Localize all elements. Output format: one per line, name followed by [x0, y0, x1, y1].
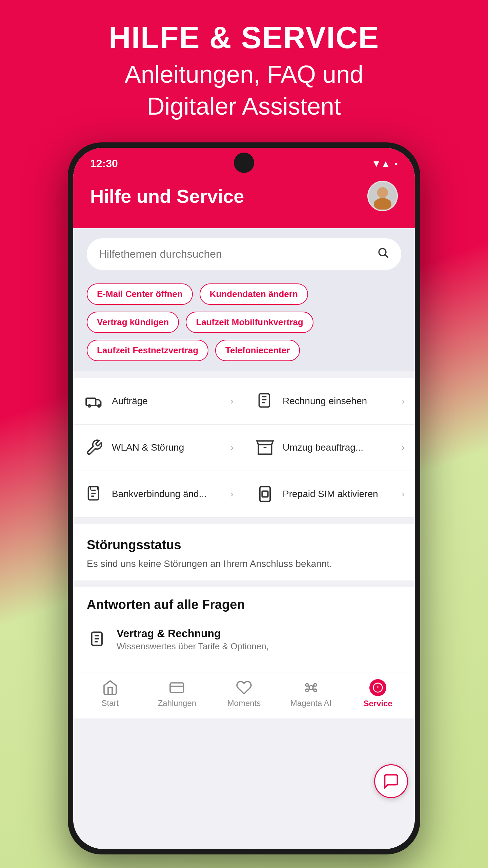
- nav-start-label: Start: [101, 698, 119, 708]
- answers-section: Antworten auf alle Fragen Vertrag & Rech…: [73, 587, 415, 672]
- svg-rect-9: [260, 487, 270, 501]
- svg-point-15: [306, 684, 308, 686]
- chevron-right-icon: ›: [230, 396, 233, 407]
- answer-text-vertrag: Vertrag & Rechnung Wissenswertes über Ta…: [117, 627, 269, 652]
- chevron-right-icon-3: ›: [230, 442, 233, 453]
- document-icon: [83, 483, 105, 505]
- stoerungsstatus-text: Es sind uns keine Störungen an Ihrem Ans…: [87, 557, 401, 570]
- chip-laufzeit-fest[interactable]: Laufzeit Festnetzvertrag: [87, 340, 208, 361]
- nav-service[interactable]: Service: [344, 679, 411, 708]
- vertrag-icon: [87, 629, 108, 650]
- card-rechnung-label: Rechnung einsehen: [283, 395, 395, 407]
- phone-screen: 12:30 ▼▲ ▪ Hilfe und Service: [73, 148, 415, 849]
- card-prepaid[interactable]: Prepaid SIM aktivieren ›: [244, 471, 415, 517]
- promo-header: HILFE & SERVICE Anleitungen, FAQ und Dig…: [82, 20, 406, 122]
- card-auftraege-label: Aufträge: [112, 395, 224, 407]
- card-auftraege[interactable]: Aufträge ›: [73, 378, 244, 425]
- svg-point-17: [306, 689, 308, 692]
- signal-icon: ▼▲: [372, 158, 390, 169]
- chevron-right-icon-2: ›: [402, 396, 405, 407]
- chip-email-center[interactable]: E-Mail Center öffnen: [87, 283, 193, 305]
- search-input[interactable]: [99, 248, 371, 260]
- app-title: Hilfe und Service: [90, 185, 244, 207]
- search-icon: [377, 246, 389, 262]
- phone-frame: 12:30 ▼▲ ▪ Hilfe und Service: [68, 142, 420, 854]
- card-prepaid-label: Prepaid SIM aktivieren: [283, 488, 395, 500]
- card-rechnung[interactable]: Rechnung einsehen ›: [244, 378, 415, 425]
- card-wlan[interactable]: WLAN & Störung ›: [73, 425, 244, 471]
- nav-moments[interactable]: Moments: [210, 679, 278, 708]
- stoerungsstatus-title: Störungsstatus: [87, 538, 401, 552]
- promo-subtitle: Anleitungen, FAQ und Digitaler Assistent: [109, 59, 379, 122]
- card-bank-label: Bankverbindung änd...: [112, 488, 224, 500]
- chip-kundendaten[interactable]: Kundendaten ändern: [200, 283, 308, 305]
- answer-card-vertrag[interactable]: Vertrag & Rechnung Wissenswertes über Ta…: [87, 617, 401, 662]
- chevron-right-icon-5: ›: [230, 489, 233, 499]
- card-umzug-label: Umzug beauftrag...: [283, 441, 395, 454]
- search-section: [73, 228, 415, 280]
- chip-telefoniecenter[interactable]: Telefoniecenter: [215, 340, 300, 361]
- avatar[interactable]: [367, 181, 398, 211]
- box-icon: [254, 437, 276, 458]
- chips-section: E-Mail Center öffnen Kundendaten ändern …: [73, 280, 415, 371]
- svg-rect-7: [259, 394, 269, 407]
- card-wlan-label: WLAN & Störung: [112, 441, 224, 454]
- app-header: Hilfe und Service: [73, 174, 415, 228]
- svg-line-3: [385, 255, 388, 258]
- svg-rect-12: [170, 683, 184, 692]
- chevron-right-icon-4: ›: [402, 442, 405, 453]
- svg-point-2: [379, 249, 386, 256]
- card-umzug[interactable]: Umzug beauftrag... ›: [244, 425, 415, 471]
- chevron-right-icon-6: ›: [402, 489, 405, 499]
- grid-section: Aufträge › Rechnung einsehen ›: [73, 378, 415, 517]
- svg-point-16: [314, 684, 317, 686]
- phone-mockup: 12:30 ▼▲ ▪ Hilfe und Service: [68, 142, 420, 854]
- chat-fab[interactable]: [374, 764, 408, 798]
- nav-service-label: Service: [363, 699, 392, 708]
- wrench-icon: [83, 437, 105, 458]
- svg-point-0: [377, 187, 388, 198]
- chip-laufzeit-mobil[interactable]: Laufzeit Mobilfunkvertrag: [186, 312, 313, 333]
- nav-magenta-ai[interactable]: Magenta AI: [278, 679, 345, 708]
- svg-rect-10: [262, 491, 268, 497]
- promo-title: HILFE & SERVICE: [109, 20, 379, 55]
- battery-icon: ▪: [394, 158, 398, 169]
- bottom-nav: Start Zahlungen Moments: [73, 672, 415, 718]
- stoerungsstatus-section: Störungsstatus Es sind uns keine Störung…: [73, 524, 415, 580]
- svg-point-18: [314, 689, 317, 692]
- search-bar[interactable]: [87, 238, 401, 270]
- sim-icon: [254, 483, 276, 505]
- chip-vertrag-kuendigen[interactable]: Vertrag kündigen: [87, 312, 179, 333]
- truck-icon: [83, 390, 105, 412]
- main-scroll[interactable]: E-Mail Center öffnen Kundendaten ändern …: [73, 228, 415, 849]
- service-icon-circle: [369, 679, 386, 696]
- nav-ai-label: Magenta AI: [290, 698, 331, 708]
- invoice-icon: [254, 390, 276, 412]
- status-time: 12:30: [90, 157, 118, 170]
- svg-rect-4: [86, 398, 96, 406]
- nav-zahlungen-label: Zahlungen: [158, 698, 196, 708]
- nav-start[interactable]: Start: [77, 679, 144, 708]
- svg-point-1: [374, 198, 391, 210]
- card-bank[interactable]: Bankverbindung änd... ›: [73, 471, 244, 517]
- status-icons: ▼▲ ▪: [372, 158, 398, 169]
- answers-title: Antworten auf alle Fragen: [87, 597, 401, 612]
- camera-notch: [234, 153, 254, 173]
- nav-zahlungen[interactable]: Zahlungen: [144, 679, 211, 708]
- nav-moments-label: Moments: [227, 698, 261, 708]
